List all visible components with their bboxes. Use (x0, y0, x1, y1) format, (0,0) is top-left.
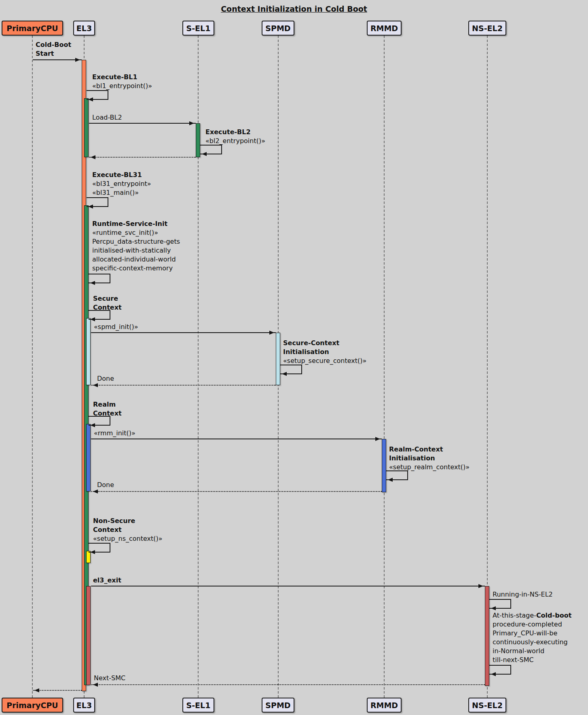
label-realm-context-initialisation: Realm-Context Initialisation «setup_real… (389, 445, 470, 472)
label-rmm-init: «rmm_init()» (94, 429, 135, 438)
participant-rmmd-bottom: RMMD (367, 698, 402, 713)
lifeline-rmmd (384, 36, 385, 698)
arrow-el3-exit (91, 586, 485, 586)
arrow-next-smc (91, 684, 485, 685)
label-secure-context-initialisation: Secure-Context Initialisation «setup_sec… (283, 339, 366, 365)
participant-s-el1-top: S-EL1 (182, 21, 214, 36)
arrowhead-icon (91, 683, 98, 687)
selfloop-non-secure-context (89, 543, 110, 553)
arrow-done-secure (91, 385, 276, 386)
participant-primarycpu-top: PrimaryCPU (2, 21, 63, 36)
lifeline-primarycpu (32, 36, 33, 698)
arrow-spmd-init (91, 332, 276, 333)
selfloop-execute-bl2 (200, 145, 222, 154)
activation-el3-red (86, 586, 91, 685)
label-non-secure-context: Non-Secure Context «setup_ns_context()» (93, 517, 163, 543)
label-next-smc: Next-SMC (94, 674, 125, 683)
label-running-in-ns-el2: Running-in-NS-EL2 (493, 590, 553, 599)
selfloop-cold-boot-complete (489, 665, 511, 675)
selfloop-execute-bl31 (87, 197, 108, 207)
participant-rmmd-top: RMMD (367, 21, 402, 36)
selfloop-runtime-service-init (89, 274, 110, 283)
activation-spmd-cyan (276, 333, 280, 385)
label-realm-context: Realm Context (93, 400, 122, 418)
activation-ns-el2-red (485, 586, 489, 686)
participant-ns-el2-bottom: NS-EL2 (468, 698, 506, 713)
label-el3-exit: el3_exit (93, 576, 121, 585)
label-execute-bl2: Execute-BL2 «bl2_entrypoint()» (205, 128, 265, 146)
sequence-diagram: Context Initialization in Cold Boot Prim… (0, 0, 588, 715)
label-secure-context: Secure Context (93, 294, 122, 312)
arrowhead-icon (478, 584, 485, 588)
participant-s-el1-bottom: S-EL1 (182, 698, 214, 713)
arrow-load-bl2 (89, 123, 196, 124)
arrowhead-icon (32, 688, 39, 692)
label-execute-bl31: Execute-BL31 «bl31_entrypoint» «bl31_mai… (92, 171, 151, 197)
selfloop-secure-context-initialisation (280, 365, 302, 374)
arrow-return-bl2 (89, 157, 196, 158)
activation-el3-green-a (84, 98, 89, 157)
label-cold-boot-start: Cold-Boot Start (36, 40, 71, 58)
arrowhead-icon (269, 331, 276, 335)
activation-rmmd-blue (382, 439, 386, 492)
participant-spmd-bottom: SPMD (262, 698, 294, 713)
arrow-return-primarycpu (33, 690, 82, 691)
label-execute-bl1: Execute-BL1 «bl1_entrypoint()» (92, 73, 152, 91)
arrowhead-icon (91, 489, 98, 494)
diagram-title: Context Initialization in Cold Boot (0, 4, 588, 13)
arrow-done-realm (91, 491, 382, 492)
label-done-secure: Done (97, 374, 114, 383)
label-spmd-init: «spmd_init()» (94, 323, 138, 331)
participant-spmd-top: SPMD (262, 21, 294, 36)
label-done-realm: Done (97, 481, 114, 489)
arrowhead-icon (375, 437, 382, 441)
arrowhead-icon (91, 383, 98, 387)
label-load-bl2: Load-BL2 (92, 113, 122, 122)
label-runtime-service-init: Runtime-Service-Init «runtime_svc_init()… (92, 219, 180, 273)
selfloop-realm-context-initialisation (386, 470, 408, 480)
participant-el3-top: EL3 (73, 21, 95, 36)
activation-el3-cyan (86, 318, 91, 385)
participant-primarycpu-bottom: PrimaryCPU (2, 698, 63, 713)
arrow-rmm-init (91, 439, 382, 439)
arrowhead-icon (189, 121, 196, 125)
participant-ns-el2-top: NS-EL2 (468, 21, 506, 36)
label-cold-boot-complete: At-this-stage-Cold-boot procedure-comple… (493, 611, 571, 664)
arrowhead-icon (75, 58, 82, 62)
selfloop-running-in-ns-el2 (489, 599, 511, 609)
activation-el3-blue (86, 424, 91, 491)
participant-el3-bottom: EL3 (73, 698, 95, 713)
selfloop-execute-bl1 (87, 90, 108, 100)
arrow-cold-boot-start (33, 59, 82, 60)
arrowhead-icon (89, 155, 95, 159)
